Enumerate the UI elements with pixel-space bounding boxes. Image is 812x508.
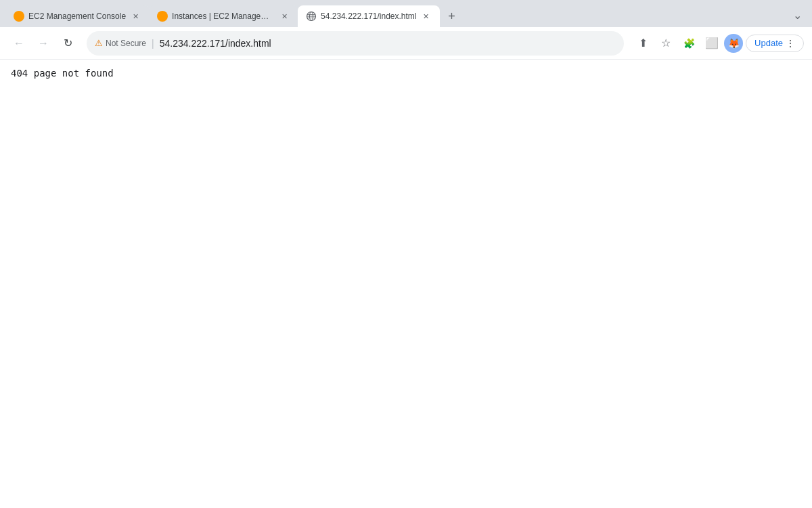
- tab-favicon-ec2-instances: [157, 11, 168, 22]
- tab-current-close[interactable]: ✕: [421, 11, 432, 22]
- security-warning-icon: ⚠: [95, 38, 103, 48]
- share-icon: ⬆: [639, 37, 648, 49]
- tab-favicon-ec2-console: [14, 11, 24, 22]
- extensions-button[interactable]: 🧩: [678, 33, 700, 54]
- forward-button[interactable]: →: [32, 33, 54, 54]
- profile-icon: 🦊: [728, 38, 740, 49]
- tab-ec2-console[interactable]: EC2 Management Console ✕: [5, 5, 149, 27]
- tab-ec2-console-label: EC2 Management Console: [28, 12, 126, 21]
- security-warning: ⚠ Not Secure: [95, 38, 146, 48]
- back-button[interactable]: ←: [8, 33, 30, 54]
- tab-ec2-console-close[interactable]: ✕: [130, 11, 141, 22]
- page-content: 404 page not found: [0, 60, 812, 508]
- address-bar[interactable]: ⚠ Not Secure | 54.234.222.171/index.html: [87, 31, 624, 56]
- address-separator: |: [152, 38, 154, 49]
- tab-bar: EC2 Management Console ✕ Instances | EC2…: [0, 0, 812, 27]
- bookmark-button[interactable]: ☆: [655, 33, 677, 54]
- split-view-icon: ⬜: [705, 37, 719, 49]
- tab-ec2-instances[interactable]: Instances | EC2 Management C ✕: [149, 5, 298, 27]
- share-button[interactable]: ⬆: [632, 33, 654, 54]
- forward-icon: →: [38, 37, 49, 49]
- back-icon: ←: [14, 37, 24, 49]
- update-more-icon: ⋮: [786, 38, 795, 49]
- security-label: Not Secure: [106, 39, 146, 48]
- tab-bar-menu-button[interactable]: ⌄: [788, 5, 807, 24]
- new-tab-button[interactable]: +: [443, 7, 461, 26]
- tab-ec2-instances-close[interactable]: ✕: [279, 11, 290, 22]
- address-url-host: 54.234.222.171: [160, 38, 225, 49]
- address-url-path: /index.html: [225, 38, 271, 49]
- reload-icon: ↻: [64, 37, 72, 49]
- tab-bar-right: ⌄: [788, 5, 807, 24]
- reload-button[interactable]: ↻: [57, 33, 78, 54]
- toolbar-icons: ⬆ ☆ 🧩 ⬜ 🦊: [632, 33, 743, 54]
- split-view-button[interactable]: ⬜: [701, 33, 723, 54]
- tab-current-label: 54.234.222.171/index.html: [321, 12, 416, 21]
- update-label: Update: [754, 38, 783, 48]
- tab-favicon-current: [306, 11, 317, 22]
- extensions-icon: 🧩: [683, 38, 695, 49]
- toolbar: ← → ↻ ⚠ Not Secure | 54.234.222.171/inde…: [0, 27, 812, 60]
- error-message: 404 page not found: [11, 68, 114, 79]
- tab-ec2-instances-label: Instances | EC2 Management C: [172, 12, 275, 21]
- bookmark-icon: ☆: [661, 37, 671, 49]
- update-button[interactable]: Update ⋮: [746, 35, 804, 52]
- address-url: 54.234.222.171/index.html: [160, 38, 271, 49]
- profile-button[interactable]: 🦊: [724, 34, 743, 53]
- tab-current[interactable]: 54.234.222.171/index.html ✕: [298, 5, 439, 27]
